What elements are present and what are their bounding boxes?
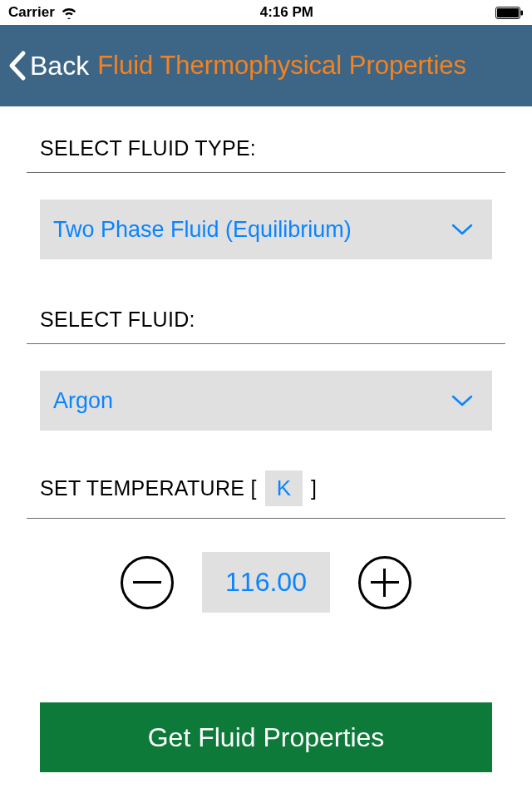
fluid-type-label: SELECT FLUID TYPE: — [40, 136, 492, 160]
page-title: Fluid Thermophysical Properties — [97, 51, 466, 81]
fluid-label: SELECT FLUID: — [40, 308, 492, 332]
status-bar: Carrier 4:16 PM — [0, 0, 532, 25]
temperature-label-row: SET TEMPERATURE [ K ] — [40, 470, 492, 506]
main-content: SELECT FLUID TYPE: Two Phase Fluid (Equi… — [0, 106, 532, 772]
temperature-label-suffix: ] — [311, 476, 317, 500]
decrement-button[interactable] — [121, 556, 174, 609]
temperature-stepper: 116.00 — [40, 552, 492, 613]
fluid-dropdown[interactable]: Argon — [40, 371, 492, 431]
divider — [27, 343, 505, 344]
increment-button[interactable] — [358, 556, 411, 609]
fluid-type-selected: Two Phase Fluid (Equilibrium) — [53, 217, 352, 243]
carrier-label: Carrier — [8, 4, 55, 21]
svg-rect-1 — [497, 8, 519, 17]
get-properties-button[interactable]: Get Fluid Properties — [40, 702, 492, 772]
status-time: 4:16 PM — [260, 4, 313, 21]
temperature-label-prefix: SET TEMPERATURE [ — [40, 476, 257, 500]
chevron-down-icon — [451, 223, 474, 236]
svg-rect-2 — [520, 10, 523, 15]
status-left: Carrier — [8, 4, 78, 21]
get-properties-label: Get Fluid Properties — [148, 722, 385, 753]
fluid-selected: Argon — [53, 388, 113, 414]
temperature-unit-button[interactable]: K — [265, 470, 303, 506]
nav-bar: Back Fluid Thermophysical Properties — [0, 25, 532, 106]
divider — [27, 518, 505, 519]
back-button[interactable]: Back — [7, 50, 89, 81]
divider — [27, 172, 505, 173]
wifi-icon — [60, 6, 78, 19]
chevron-left-icon — [7, 50, 27, 81]
chevron-down-icon — [451, 394, 474, 407]
back-label: Back — [30, 51, 89, 81]
temperature-value[interactable]: 116.00 — [202, 552, 330, 613]
fluid-type-dropdown[interactable]: Two Phase Fluid (Equilibrium) — [40, 200, 492, 259]
status-right — [495, 7, 524, 19]
plus-icon — [371, 569, 399, 597]
battery-icon — [495, 7, 524, 19]
minus-icon — [133, 581, 161, 584]
